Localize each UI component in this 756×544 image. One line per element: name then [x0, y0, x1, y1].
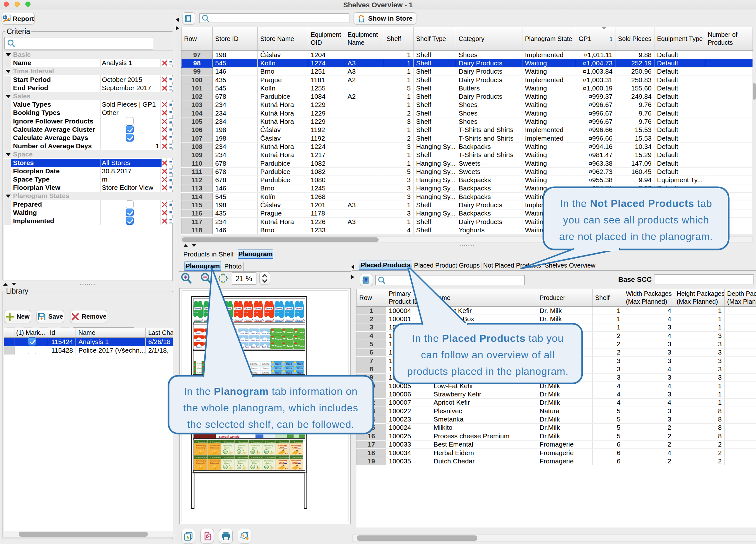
svg-text:are not placed in the planogra: are not placed in the planogram. [559, 231, 713, 242]
svg-text:In the Placed Products tab you: In the Placed Products tab you [412, 333, 564, 344]
svg-text:the whole planogram, which inc: the whole planogram, which includes [183, 402, 358, 414]
svg-text:you can see all products which: you can see all products which [563, 214, 709, 226]
svg-text:the selected shelf, can be fol: the selected shelf, can be followed. [187, 419, 355, 430]
svg-text:can follow an overview of all: can follow an overview of all [421, 349, 555, 361]
svg-text:products placed in the planogr: products placed in the planogram. [407, 366, 568, 377]
svg-text:In the Not Placed Products tab: In the Not Placed Products tab [560, 198, 712, 209]
svg-text:In the Planogram tab informati: In the Planogram tab information on [184, 386, 357, 397]
